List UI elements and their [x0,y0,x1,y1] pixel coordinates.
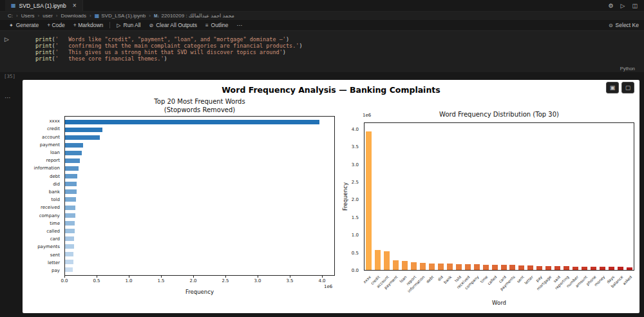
tick-mark [129,276,129,278]
copy-output-button[interactable]: ▣ [606,82,619,93]
bar-slot [625,123,634,270]
breadcrumb-downloads[interactable]: Downloads [61,13,86,19]
bar-payment [393,260,399,270]
code-line[interactable]: print(' Words like "credit", "payment", … [35,36,303,43]
tab-svd-lsa-notebook[interactable]: ▦ SVD_LSA (1).ipynb × [5,0,83,11]
chart2-xlabels: xxxxcreditaccountpaymentloanreportinform… [364,273,634,298]
open-output-button[interactable]: ▢ [621,82,634,93]
breadcrumb-notebook-label: SVD_LSA (1).ipynb [101,13,146,19]
bar-phone [591,267,596,270]
bar-told [456,264,462,270]
tick-mark [322,276,323,278]
bar-row [65,126,334,133]
bar-pay [65,267,73,272]
run-all-button[interactable]: ▷ Run All [113,21,144,30]
xtick-label: 0.5 [93,278,100,283]
copy-output-icon: ▣ [610,84,616,91]
split-editor-icon[interactable]: ◫ [632,3,638,9]
ytick-label: xxxx [23,117,62,125]
gear-icon[interactable]: ⚙ [608,3,613,9]
ytick-label: 1.0 [352,233,359,238]
breadcrumb-user[interactable]: user [43,13,53,19]
output-more-icon[interactable]: ⋯ [5,94,11,101]
breadcrumb-cell[interactable]: M↓ 22010209 : محمد احمد عبدالمالك [154,13,234,19]
ytick-label: 1.5 [352,215,359,220]
bar-loan [402,261,408,270]
tick-mark [225,276,226,278]
tick-mark [64,276,65,278]
cell-language-indicator[interactable]: Python [620,66,635,72]
code-line[interactable]: print(' This gives us a strong hint that… [35,49,303,55]
bar-slot [383,123,392,270]
chart2-axes [364,122,634,271]
bar-did [65,182,77,186]
breadcrumb: C: › Users › user › Downloads › ▦ SVD_LS… [0,12,644,20]
tok-fn: print [35,36,52,43]
add-markdown-button[interactable]: + Markdown [70,21,108,30]
bar-slot [445,123,454,270]
tick-mark [193,276,194,278]
ytick-label: 0.0 [352,268,359,273]
bar-called [492,265,498,270]
kernel-picker[interactable]: ⊙ Select Ke [605,21,643,30]
code-lines[interactable]: print(' Words like "credit", "payment", … [35,36,303,62]
clear-outputs-icon: ⊘ [149,23,153,28]
tok-p: ) [286,36,289,43]
bar-report [411,262,417,270]
bar-slot [544,123,553,270]
ytick-label: information [23,164,62,172]
bar-slot [580,123,589,270]
close-tab-icon[interactable]: × [73,2,77,9]
execution-count: [35] [4,73,15,79]
more-actions-button[interactable]: ⋯ [233,21,247,30]
breadcrumb-drive[interactable]: C: [8,13,13,19]
tick-mark [97,276,97,278]
bar-money [600,267,605,270]
add-code-label: + Code [47,22,65,28]
bar-slot [428,123,437,270]
ytick-label: credit [23,125,62,133]
bar-slot [365,123,374,270]
xtick-label: bank [443,274,453,284]
bar-slot [598,123,607,270]
kernel-label: Select Ke [616,22,639,28]
chart1-axes [64,116,335,276]
bar-payments [65,244,74,249]
clear-outputs-label: Clear All Outputs [156,22,197,28]
generate-button[interactable]: ✦ Generate [5,21,43,30]
outline-button[interactable]: ≡ Outline [202,21,232,30]
tab-bar: ▦ SVD_LSA (1).ipynb × ⚙ ▷ ◫ [0,0,644,12]
outline-label: Outline [211,22,229,28]
ytick-label: told [23,196,62,204]
clear-all-outputs-button[interactable]: ⊘ Clear All Outputs [145,21,200,30]
bar-amount [582,267,587,270]
tok-str: ' these core financial themes.' [55,55,164,62]
bar-days [609,267,614,270]
ytick-label: did [23,180,62,188]
bar-information [65,166,79,171]
ytick-label: bank [23,188,62,196]
bar-slot [472,123,481,270]
tok-str: ' confirming that the main complaint cat… [55,43,299,49]
bar-row [65,219,334,227]
breadcrumb-users[interactable]: Users [21,13,35,19]
bar-slot [508,123,517,270]
run-icon[interactable]: ▷ [621,3,625,9]
xtick-label: 2.5 [222,278,229,283]
bar-row [65,118,334,126]
code-line[interactable]: print(' these core financial themes.') [35,55,303,62]
ytick-label: report [23,157,62,164]
code-line[interactable]: print(' confirming that the main complai… [35,43,303,49]
bar-slot [526,123,535,270]
ytick-label: company [23,211,62,219]
add-code-button[interactable]: + Code [43,21,69,30]
tab-label: SVD_LSA (1).ipynb [19,3,66,9]
output-actions: ▣ ▢ [606,82,634,93]
bar-row [65,149,334,157]
run-cell-icon[interactable]: ▷ [5,36,9,43]
ytick-label: 0.5 [352,251,359,256]
xtick-label: asked [622,274,633,285]
bar-slot [392,123,401,270]
breadcrumb-notebook[interactable]: ▦ SVD_LSA (1).ipynb [95,13,146,19]
bar-row [65,157,334,164]
